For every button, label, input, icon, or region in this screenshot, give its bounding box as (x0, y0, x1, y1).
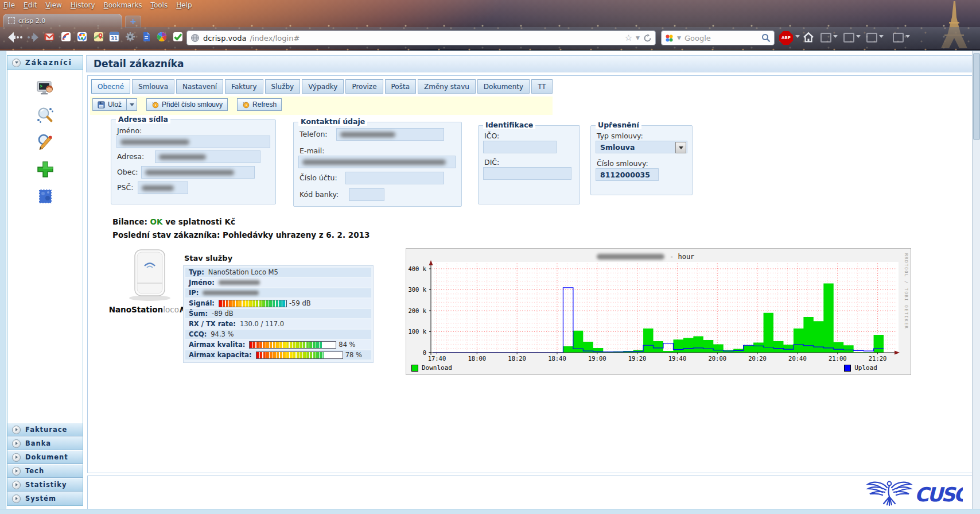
sidebar-accordion-item[interactable]: Fakturace (7, 423, 83, 436)
url-domain: dcrisp.voda (203, 34, 246, 42)
detail-tab[interactable]: TT (531, 79, 552, 94)
browser-tab[interactable]: crisp 2.0 (3, 14, 122, 27)
check-icon[interactable] (173, 32, 183, 42)
search-bar[interactable]: ▼ Google (661, 30, 775, 45)
email-field[interactable] (298, 156, 456, 168)
toolbar-extra-dropdown-2[interactable] (856, 35, 861, 38)
search-magnifier-icon[interactable] (761, 33, 771, 42)
sidebar-accordion-item[interactable]: Banka (7, 436, 83, 450)
bookmark-star-icon[interactable]: ☆ (625, 34, 632, 42)
ico-field[interactable] (483, 141, 557, 153)
street-field[interactable] (155, 150, 260, 163)
detail-tab[interactable]: Provize (345, 79, 383, 94)
detail-tab[interactable]: Dokumenty (477, 79, 530, 94)
status-row-label: Signál: (189, 299, 215, 307)
browser-chrome: FileEditViewHistoryBookmarksToolsHelp cr… (0, 0, 980, 51)
menu-item[interactable]: Edit (24, 1, 37, 9)
sidebar-accordion-item[interactable]: Systém (7, 492, 83, 505)
customer-search-icon[interactable] (35, 105, 56, 126)
vertical-scrollbar[interactable] (972, 51, 980, 514)
detail-tab[interactable]: Faktury (225, 79, 263, 94)
svg-text:0: 0 (423, 349, 426, 356)
detail-tab[interactable]: Smlouva (132, 79, 174, 94)
sidebar-toolbar (7, 70, 83, 207)
docs-icon[interactable] (141, 32, 151, 42)
toolbar-extra-icon-3[interactable] (866, 33, 877, 42)
sidebar-section-customers[interactable]: Zákazníci (7, 56, 83, 70)
contract-type-label: Typ smlouvy: (597, 132, 643, 140)
nanostation-wordmark: NanoStationlocoM™ (107, 305, 193, 314)
customer-detail-icon[interactable] (35, 78, 56, 99)
status-row-label: Airmax kvalita: (189, 341, 245, 349)
svg-text:20:20: 20:20 (748, 355, 767, 362)
zip-field[interactable] (138, 181, 188, 194)
detail-tab[interactable]: Služby (265, 79, 301, 94)
search-placeholder: Google (685, 34, 758, 42)
sidebar-accordion-item[interactable]: Dokument (7, 450, 83, 464)
assign-contract-number-button[interactable]: Přiděl číslo smlouvy (146, 98, 228, 111)
detail-tab[interactable]: Obecné (91, 79, 130, 94)
scrollbar-thumb[interactable] (973, 53, 980, 140)
fieldset-refinement-legend: Upřesnění (596, 121, 641, 129)
contract-type-value: Smlouva (600, 143, 635, 152)
gmail-icon[interactable] (44, 32, 55, 42)
customer-mail-stamp-icon[interactable] (35, 186, 56, 207)
status-row-bar-slot (256, 351, 345, 359)
detail-tab[interactable]: Výpadky (302, 79, 344, 94)
home-icon[interactable] (802, 31, 815, 44)
detail-tab[interactable]: Nastavení (176, 79, 223, 94)
reload-icon[interactable] (643, 34, 652, 42)
google-icon[interactable] (77, 32, 87, 42)
menu-item[interactable]: Help (176, 1, 192, 9)
city-label: Obec: (117, 168, 138, 176)
toolbar-extra-dropdown-3[interactable] (879, 35, 884, 38)
new-tab-button[interactable]: + (125, 16, 141, 28)
refresh-button[interactable]: Refresh (237, 98, 282, 111)
fieldset-address-legend: Adresa sídla (116, 115, 170, 123)
save-button[interactable]: Ulož (92, 98, 127, 111)
contract-type-dropdown-icon[interactable] (675, 142, 686, 153)
toolbar-extra-icon-1[interactable] (820, 33, 831, 42)
detail-tab[interactable]: Změny stavu (418, 79, 476, 94)
balance-line: Bilance: OK ve splatnosti Kč (112, 217, 235, 226)
menu-item[interactable]: File (3, 1, 15, 9)
sidebar-accordion-item[interactable]: Tech (7, 464, 83, 478)
back-button-icon[interactable] (6, 30, 23, 44)
sidebar-accordion-item[interactable]: Statistiky (7, 478, 83, 492)
redacted-value (145, 170, 234, 175)
reader-icon[interactable] (61, 32, 71, 42)
name-field[interactable] (116, 136, 270, 148)
city-field[interactable] (141, 166, 255, 179)
menu-item[interactable]: History (71, 1, 95, 9)
bank-code-field[interactable] (349, 188, 384, 201)
save-dropdown-button[interactable] (127, 98, 137, 111)
toolbar-extra-dropdown-4[interactable] (905, 35, 910, 38)
url-dropdown-icon[interactable]: ▼ (636, 36, 640, 41)
adblock-dropdown-icon[interactable] (795, 35, 800, 38)
phone-field[interactable] (336, 128, 444, 141)
customer-advanced-search-icon[interactable] (35, 132, 56, 153)
search-engine-dropdown-icon[interactable]: ▼ (677, 36, 681, 41)
menu-item[interactable]: Bookmarks (104, 1, 142, 9)
contract-type-select[interactable]: Smlouva (596, 141, 687, 153)
toolbar-extra-icon-4[interactable] (893, 33, 904, 42)
dic-field[interactable] (483, 167, 571, 180)
contract-number-field[interactable]: 8112000035 (596, 168, 659, 181)
menu-item[interactable]: Tools (151, 1, 168, 9)
menu-item[interactable]: View (45, 1, 61, 9)
picasa-icon[interactable] (157, 32, 167, 42)
maps-icon[interactable] (94, 32, 104, 42)
toolbar-extra-icon-2[interactable] (843, 33, 854, 42)
customer-add-icon[interactable] (35, 159, 56, 180)
url-bar[interactable]: dcrisp.voda/index/login# ☆ ▼ (186, 30, 656, 45)
forward-button-icon[interactable] (26, 32, 40, 43)
detail-tab[interactable]: Pošta (385, 79, 416, 94)
google-search-engine-icon[interactable] (665, 34, 674, 42)
toolbar-extra-dropdown-1[interactable] (833, 35, 838, 38)
gear-icon[interactable] (125, 32, 135, 42)
adblock-plus-icon[interactable]: ABP (779, 31, 793, 45)
device-image-block: NanoStationlocoM™ (107, 246, 193, 314)
fieldset-contact-legend: Kontaktní údaje (298, 117, 367, 126)
calendar-31-icon[interactable]: 31 (109, 32, 119, 42)
account-field[interactable] (345, 172, 444, 184)
